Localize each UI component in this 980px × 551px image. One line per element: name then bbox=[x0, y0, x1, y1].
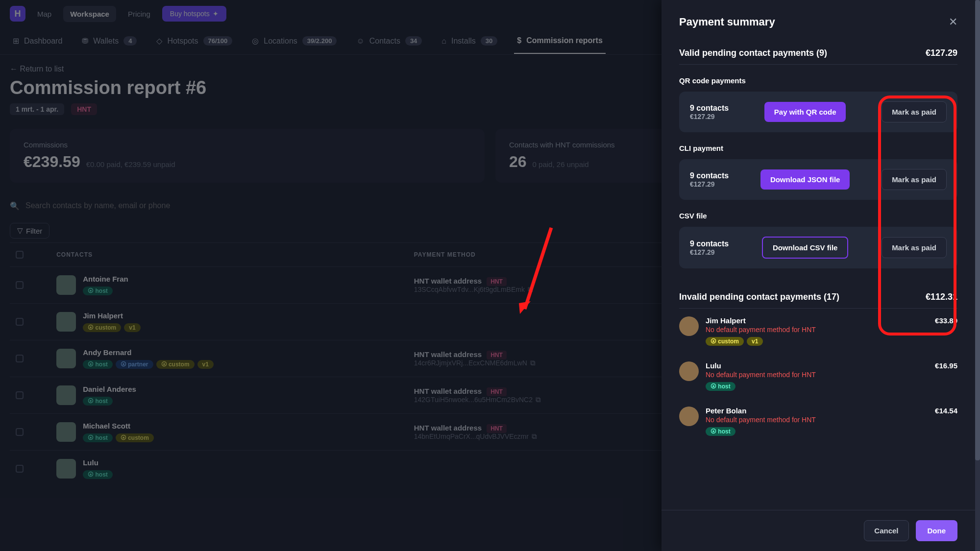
invalid-total: €112.31 bbox=[926, 292, 957, 302]
scrollbar-thumb[interactable] bbox=[975, 0, 980, 460]
pay-amount: €127.29 bbox=[690, 113, 729, 120]
payment-box: 9 contacts€127.29 Pay with QR code Mark … bbox=[679, 92, 957, 132]
commission-amount: €33.89 bbox=[935, 316, 957, 325]
invalid-contact-item[interactable]: Peter BolanNo default payment method for… bbox=[679, 399, 957, 444]
pay-amount: €127.29 bbox=[690, 248, 729, 256]
valid-heading: Valid pending contact payments (9) bbox=[679, 48, 827, 58]
pay-primary-button[interactable]: Download JSON file bbox=[760, 169, 850, 190]
error-message: No default payment method for HNT bbox=[706, 326, 928, 334]
contact-name: Jim Halpert bbox=[706, 316, 928, 325]
avatar bbox=[679, 316, 699, 336]
mark-as-paid-button[interactable]: Mark as paid bbox=[882, 237, 947, 258]
payment-section-heading: QR code payments bbox=[679, 76, 957, 85]
payment-summary-panel: Payment summary ✕ Valid pending contact … bbox=[662, 0, 975, 551]
done-button[interactable]: Done bbox=[916, 520, 958, 541]
pay-contacts: 9 contacts bbox=[690, 171, 729, 180]
commission-amount: €16.95 bbox=[935, 361, 957, 370]
pay-primary-button[interactable]: Download CSV file bbox=[762, 237, 849, 259]
mark-as-paid-button[interactable]: Mark as paid bbox=[882, 169, 947, 190]
error-message: No default payment method for HNT bbox=[706, 416, 928, 424]
tag-custom: ⦿ custom bbox=[706, 337, 744, 346]
invalid-heading: Invalid pending contact payments (17) bbox=[679, 292, 839, 302]
avatar bbox=[679, 361, 699, 381]
avatar bbox=[679, 407, 699, 426]
error-message: No default payment method for HNT bbox=[706, 371, 928, 379]
payment-section-heading: CSV file bbox=[679, 212, 957, 220]
contact-name: Peter Bolan bbox=[706, 407, 928, 415]
panel-title: Payment summary bbox=[679, 16, 775, 28]
pay-amount: €127.29 bbox=[690, 180, 729, 188]
invalid-contact-item[interactable]: LuluNo default payment method for HNT⦿ h… bbox=[679, 354, 957, 399]
tag-v1: v1 bbox=[747, 337, 763, 346]
pay-contacts: 9 contacts bbox=[690, 104, 729, 113]
tag-host: ⦿ host bbox=[706, 382, 735, 391]
cancel-button[interactable]: Cancel bbox=[864, 520, 908, 541]
scrollbar-track[interactable] bbox=[975, 0, 980, 551]
valid-total: €127.29 bbox=[926, 48, 957, 58]
commission-amount: €14.54 bbox=[935, 407, 957, 415]
invalid-contact-item[interactable]: Jim HalpertNo default payment method for… bbox=[679, 309, 957, 354]
panel-body: Valid pending contact payments (9) €127.… bbox=[662, 38, 975, 510]
payment-box: 9 contacts€127.29 Download CSV file Mark… bbox=[679, 227, 957, 268]
payment-box: 9 contacts€127.29 Download JSON file Mar… bbox=[679, 159, 957, 200]
pay-primary-button[interactable]: Pay with QR code bbox=[764, 102, 846, 122]
close-icon[interactable]: ✕ bbox=[949, 16, 957, 28]
pay-contacts: 9 contacts bbox=[690, 240, 729, 248]
mark-as-paid-button[interactable]: Mark as paid bbox=[882, 101, 947, 122]
payment-section-heading: CLI payment bbox=[679, 144, 957, 152]
tag-host: ⦿ host bbox=[706, 427, 735, 436]
contact-name: Lulu bbox=[706, 361, 928, 370]
